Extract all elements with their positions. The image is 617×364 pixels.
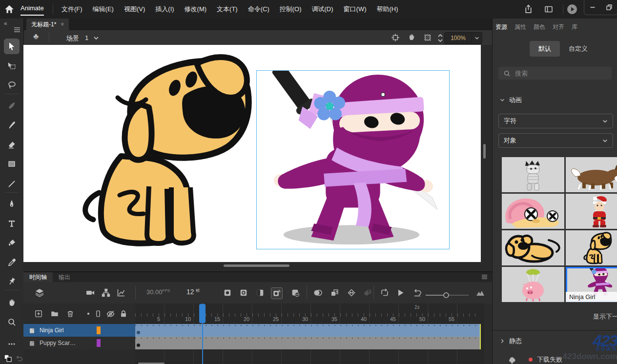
tab-align[interactable]: 对齐 [553, 23, 564, 31]
tab-output[interactable]: 输出 [53, 272, 76, 283]
rectangle-tool[interactable] [4, 156, 20, 172]
tab-library[interactable]: 库 [572, 23, 577, 31]
insert-frame-icon[interactable] [255, 287, 266, 298]
show-parenting-icon[interactable] [101, 287, 111, 298]
menu-control[interactable]: 控制(O) [278, 3, 304, 15]
custom-mode-button[interactable]: 自定义 [569, 41, 588, 57]
run-icon[interactable] [566, 3, 578, 15]
timeline-zoom-slider[interactable] [425, 292, 470, 298]
selection-tool[interactable] [4, 39, 20, 54]
timeline-hscroll[interactable] [135, 362, 483, 364]
static-section-header[interactable]: 静态 [499, 337, 522, 345]
hand-icon[interactable] [407, 33, 417, 42]
collapse-panel-icon[interactable]: « [4, 20, 7, 27]
ninja-girl-selection[interactable] [256, 70, 450, 249]
insert-blank-keyframe-icon[interactable] [238, 287, 249, 298]
eyedropper-tool[interactable] [4, 255, 20, 270]
center-stage-icon[interactable] [391, 33, 400, 42]
fluid-brush-tool[interactable] [4, 98, 20, 113]
layer-row-ninja-girl[interactable]: Ninja Girl [23, 324, 135, 337]
ninja-girl-artwork[interactable] [257, 71, 449, 248]
default-mode-button[interactable]: 默认 [530, 41, 560, 57]
timeline-ruler[interactable]: 1s 5 10 15 20 25 30 35 40 45 50 55 [135, 303, 483, 324]
track-ninja-girl[interactable] [135, 324, 480, 337]
loop-icon[interactable] [379, 287, 390, 298]
show-graph-icon[interactable] [116, 287, 126, 298]
zoom-control[interactable]: 100% [444, 32, 482, 44]
create-tween-icon[interactable] [362, 287, 373, 298]
stage-hscroll[interactable] [23, 262, 492, 271]
panel-menu-icon[interactable] [14, 27, 21, 33]
document-tab[interactable]: 无标题-1* × [26, 19, 69, 30]
onion-skin-span-icon[interactable] [329, 287, 340, 298]
puppy-artwork[interactable] [75, 49, 255, 251]
classic-brush-tool[interactable] [4, 117, 20, 133]
scene-chevron-down-icon[interactable] [93, 35, 100, 41]
hand-tool[interactable] [4, 295, 20, 310]
character-filter-dropdown[interactable]: 字符 [498, 114, 613, 128]
free-transform-tool[interactable] [4, 58, 20, 74]
close-tab-icon[interactable]: × [61, 21, 64, 28]
tab-color[interactable]: 颜色 [534, 23, 545, 31]
layer-row-puppy[interactable]: Puppy Scar… [23, 337, 135, 350]
search-box[interactable] [498, 67, 612, 80]
line-tool[interactable] [4, 176, 20, 192]
search-input[interactable] [514, 69, 612, 78]
layer-outline-swatch[interactable] [97, 339, 101, 347]
show-next-link[interactable]: 显示下一个 [593, 312, 617, 321]
new-layer-icon[interactable] [34, 309, 43, 318]
eraser-tool[interactable] [4, 137, 20, 152]
lock-all-icon[interactable] [119, 309, 128, 318]
paint-bucket-tool[interactable] [4, 235, 20, 251]
zoom-value[interactable]: 100% [445, 33, 472, 43]
tab-properties[interactable]: 属性 [514, 23, 526, 31]
hide-all-eye-icon[interactable] [106, 309, 115, 318]
asset-thumb-mummy[interactable] [502, 157, 564, 192]
fit-timeline-icon[interactable] [474, 287, 485, 298]
auto-keyframe-icon[interactable]: A [271, 287, 283, 299]
more-tools-icon[interactable] [4, 336, 20, 352]
menu-command[interactable]: 命令(C) [246, 3, 271, 15]
tab-timeline[interactable]: 时间轴 [23, 272, 53, 283]
animated-section-header[interactable]: 动画 [499, 96, 522, 104]
playhead[interactable] [199, 304, 206, 323]
pen-tool[interactable] [4, 196, 20, 212]
outline-dot-icon[interactable] [84, 309, 93, 318]
text-tool[interactable] [4, 216, 20, 231]
menu-debug[interactable]: 调试(D) [310, 3, 335, 15]
asset-thumb-wolf[interactable] [566, 157, 617, 192]
track-puppy[interactable] [135, 337, 480, 349]
insert-keyframe-icon[interactable] [222, 287, 233, 298]
asset-thumb-santa[interactable] [566, 194, 617, 229]
scene-clover-icon[interactable]: ♣ [33, 32, 39, 41]
remove-frame-icon[interactable] [290, 287, 301, 298]
layer-outline-swatch[interactable] [97, 326, 101, 334]
menu-window[interactable]: 窗口(W) [342, 3, 369, 15]
home-icon[interactable] [4, 4, 16, 15]
show-layers-icon[interactable] [34, 287, 45, 298]
zoom-tool[interactable] [4, 314, 20, 330]
minimize-icon[interactable] [584, 0, 601, 15]
menu-view[interactable]: 视图(V) [122, 3, 147, 15]
zoom-chevron-down-icon[interactable] [472, 33, 482, 43]
menu-edit[interactable]: 编辑(E) [91, 3, 116, 15]
cloud-download-icon[interactable] [507, 355, 517, 364]
asset-thumb-puppy-sitting[interactable] [566, 230, 617, 265]
restore-icon[interactable] [601, 0, 617, 15]
undo-icon[interactable] [15, 354, 23, 363]
asset-thumb-snail[interactable] [502, 194, 564, 229]
timeline-vscroll[interactable] [483, 303, 493, 364]
new-folder-icon[interactable] [50, 309, 59, 318]
tab-assets[interactable]: 资源 [495, 23, 507, 31]
clip-content-icon[interactable] [423, 33, 432, 42]
object-filter-dropdown[interactable]: 对象 [498, 133, 613, 148]
stage-vscroll-thumb[interactable] [483, 144, 486, 159]
stage-hscroll-thumb[interactable] [224, 264, 289, 267]
app-title[interactable]: Animate [21, 4, 44, 16]
asset-thumb-pig-parachute[interactable] [502, 267, 564, 302]
play-icon[interactable] [395, 287, 406, 298]
workspace-icon[interactable] [544, 4, 554, 14]
add-camera-icon[interactable] [85, 287, 96, 298]
delete-layer-icon[interactable] [66, 309, 75, 318]
timeline-panel-menu-icon[interactable] [481, 274, 488, 280]
